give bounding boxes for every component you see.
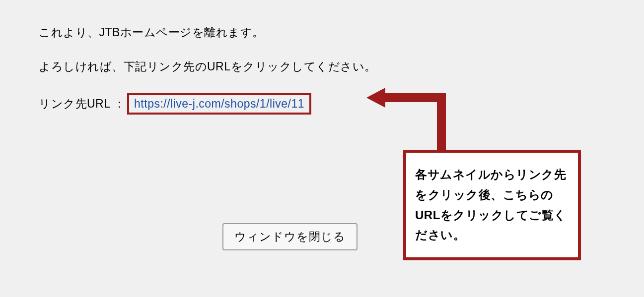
- url-label: リンク先URL ：: [39, 96, 125, 112]
- instruction-callout: 各サムネイルからリンク先をクリック後、こちらのURLをクリックしてご覧ください。: [403, 150, 581, 260]
- close-window-button[interactable]: ウィンドウを閉じる: [222, 223, 358, 250]
- url-row: リンク先URL ： https://live-j.com/shops/1/liv…: [39, 93, 605, 115]
- destination-url-link[interactable]: https://live-j.com/shops/1/live/11: [134, 97, 304, 110]
- url-highlight-box: https://live-j.com/shops/1/live/11: [127, 93, 311, 115]
- dialog-content: これより、JTBホームページを離れます。 よろしければ、下記リンク先のURLをク…: [0, 0, 644, 139]
- leave-message-1: これより、JTBホームページを離れます。: [39, 25, 605, 40]
- leave-message-2: よろしければ、下記リンク先のURLをクリックしてください。: [39, 59, 605, 74]
